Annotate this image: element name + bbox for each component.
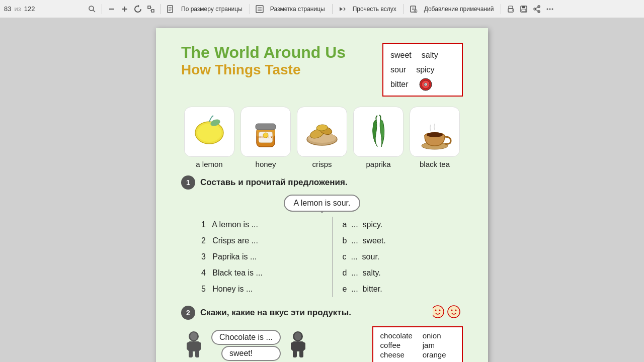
read-aloud-btn[interactable]: Прочесть вслух	[350, 5, 399, 14]
bubble-stack: Chocolate is ... sweet!	[211, 330, 281, 361]
svg-point-39	[552, 8, 553, 10]
exercise-2-header: 2 Скажи, какие на вкус эти продукты.	[181, 304, 463, 321]
exercise-1-header: 1 Составь и прочитай предложения.	[181, 175, 463, 190]
toolbar: 83 из 122 По размеру страницы Разметка с…	[0, 0, 644, 18]
vocab-row-1: sweet salty	[390, 48, 455, 63]
svg-marker-17	[340, 7, 343, 11]
save-icon[interactable]	[518, 4, 529, 15]
exercise-2-title: Скажи, какие на вкус эти продукты.	[200, 308, 351, 318]
sentence-5: 5 Honey is ...	[201, 281, 322, 297]
exercise-1-title: Составь и прочитай предложения.	[200, 177, 348, 188]
refresh-icon[interactable]	[132, 4, 143, 15]
title-block: The World Around Us How Things Taste	[181, 43, 346, 78]
svg-point-67	[190, 332, 197, 340]
crisps-image	[297, 107, 347, 157]
fit-icon[interactable]	[145, 4, 156, 15]
word-jam: jam	[423, 341, 455, 349]
page-header: The World Around Us How Things Taste swe…	[181, 43, 463, 97]
svg-rect-79	[299, 350, 303, 357]
read-aloud-icon[interactable]	[337, 4, 348, 15]
example-bubble-row: A lemon is sour.	[181, 195, 463, 212]
sentences-block: 1 A lemon is ... 2 Crisps are ... 3 Papr…	[181, 217, 463, 297]
divider2	[160, 4, 161, 14]
svg-point-0	[89, 6, 94, 11]
character-right	[286, 333, 311, 358]
svg-point-37	[547, 8, 548, 10]
cd-icon[interactable]	[419, 77, 433, 92]
word-box: chocolate onion coffee jam cheese orange	[372, 326, 463, 362]
svg-rect-49	[256, 124, 276, 130]
svg-point-38	[549, 8, 551, 10]
svg-point-43	[425, 83, 426, 85]
add-notes-btn[interactable]: Добавление примечаний	[421, 5, 497, 14]
svg-point-65	[455, 310, 457, 311]
vocab-row-3: bitter	[390, 77, 455, 92]
divider4	[332, 4, 333, 14]
svg-point-59	[427, 132, 443, 137]
svg-rect-6	[151, 10, 154, 12]
svg-line-35	[535, 7, 539, 9]
blacktea-label: black tea	[420, 160, 450, 168]
search-icon[interactable]	[87, 4, 98, 15]
exercise-2-number: 2	[181, 306, 195, 320]
sentences-left: 1 A lemon is ... 2 Crisps are ... 3 Papr…	[201, 217, 322, 297]
page-navigation: 83 из 122	[4, 5, 85, 13]
svg-point-28	[512, 10, 513, 11]
lemon-label: a lemon	[196, 160, 222, 168]
markup-icon[interactable]	[254, 4, 265, 15]
lemon-image	[184, 107, 234, 157]
print-icon[interactable]	[505, 4, 516, 15]
vocab-box: sweet salty sour spicy bitter	[382, 43, 463, 97]
sentences-right: a ... spicy. b ... sweet. c ... sour. d …	[343, 217, 463, 297]
page-title-main: The World Around Us	[181, 43, 346, 62]
image-honey: HONEY honey	[240, 107, 291, 168]
divider6	[501, 4, 501, 14]
sentence-divider	[332, 217, 333, 297]
paprika-image	[353, 107, 404, 157]
vocab-spicy: spicy	[416, 63, 434, 77]
page-sep: из	[14, 5, 21, 13]
blacktea-image	[410, 107, 460, 157]
main-area: The World Around Us How Things Taste swe…	[0, 18, 644, 362]
svg-point-63	[448, 306, 460, 318]
answer-a: a ... spicy.	[343, 217, 463, 233]
svg-point-64	[451, 310, 453, 311]
fit-page-btn[interactable]: По размеру страницы	[178, 5, 246, 14]
word-chocolate: chocolate	[380, 331, 413, 340]
svg-rect-78	[293, 350, 297, 357]
share-icon[interactable]	[531, 4, 542, 15]
notes-icon[interactable]	[408, 4, 419, 15]
exercise-1-number: 1	[181, 175, 195, 190]
divider3	[250, 4, 250, 14]
svg-point-52	[263, 133, 268, 138]
word-onion: onion	[423, 331, 455, 340]
vocab-bitter: bitter	[390, 77, 409, 92]
svg-point-62	[439, 310, 441, 311]
svg-point-60	[433, 306, 444, 318]
svg-rect-71	[189, 350, 193, 357]
images-row: a lemon HONEY	[181, 107, 463, 168]
image-crisps: crisps	[297, 107, 347, 168]
svg-rect-30	[522, 6, 525, 8]
page-total: 122	[24, 5, 35, 13]
svg-point-74	[294, 332, 301, 340]
answer-d: d ... salty.	[343, 265, 463, 281]
image-paprika: paprika	[353, 107, 404, 168]
paprika-label: paprika	[366, 160, 390, 168]
bubble-sweet: sweet!	[221, 346, 281, 361]
zoom-out-icon[interactable]	[106, 4, 117, 15]
divider1	[102, 4, 102, 14]
image-lemon: a lemon	[184, 107, 234, 168]
svg-line-19	[344, 9, 345, 11]
face-icons	[433, 304, 463, 321]
word-cheese: cheese	[380, 350, 413, 359]
zoom-in-icon[interactable]	[119, 4, 130, 15]
sentence-2: 2 Crisps are ...	[201, 233, 322, 249]
sentence-3: 3 Paprika is ...	[201, 249, 322, 265]
page-icon[interactable]	[165, 4, 176, 15]
markup-page-btn[interactable]: Разметка страницы	[267, 5, 328, 14]
more-icon[interactable]	[544, 4, 555, 15]
svg-rect-72	[195, 350, 199, 357]
divider5	[404, 4, 404, 14]
sentence-4: 4 Black tea is ...	[201, 265, 322, 281]
